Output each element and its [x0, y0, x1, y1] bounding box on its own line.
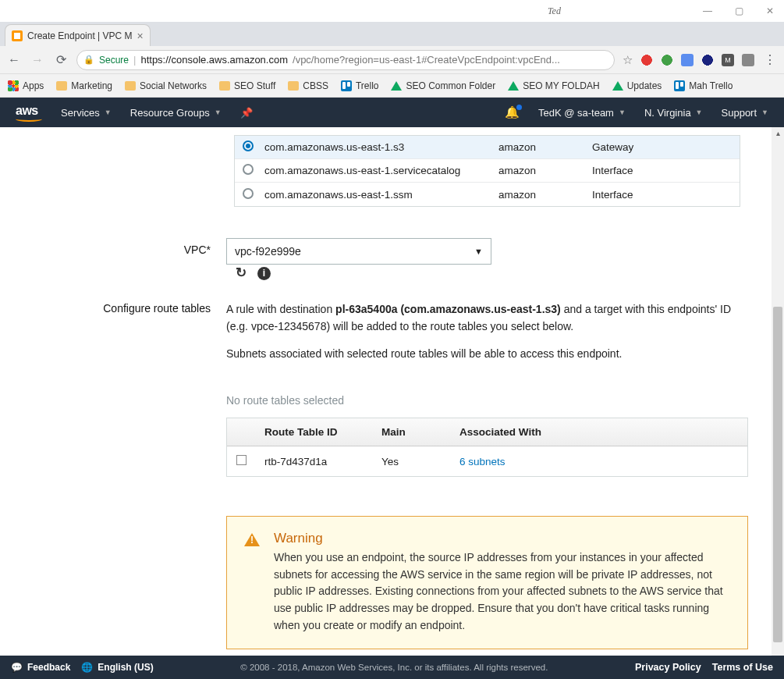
footer-copyright: © 2008 - 2018, Amazon Web Services, Inc.… — [165, 663, 624, 672]
info-icon[interactable]: i — [257, 265, 271, 281]
region-menu[interactable]: N. Virginia▼ — [644, 107, 703, 119]
window-titlebar: Ted — ▢ ✕ — [0, 0, 784, 22]
bookmark-star-icon[interactable]: ☆ — [623, 53, 633, 67]
url-path: /vpc/home?region=us-east-1#CreateVpcEndp… — [293, 54, 560, 66]
secure-label: Secure — [99, 55, 129, 66]
bookmark-social[interactable]: Social Networks — [125, 80, 207, 91]
chevron-down-icon: ▼ — [761, 108, 768, 116]
header-assoc[interactable]: Associated With — [450, 426, 747, 438]
menu-icon[interactable]: ⋮ — [762, 52, 778, 67]
bookmark-trello[interactable]: Trello — [341, 80, 379, 91]
bookmark-apps[interactable]: Apps — [8, 80, 44, 91]
chat-icon: 💬 — [11, 662, 23, 673]
route-assoc-link[interactable]: 6 subnets — [450, 456, 747, 467]
radio-selected-icon[interactable] — [243, 140, 254, 151]
bookmark-seostuff[interactable]: SEO Stuff — [219, 80, 275, 91]
notification-dot-icon — [516, 105, 522, 110]
refresh-icon[interactable]: ↻ — [236, 265, 247, 281]
privacy-link[interactable]: Privacy Policy — [635, 662, 701, 673]
forward-icon[interactable]: → — [30, 53, 45, 67]
folder-icon — [288, 81, 299, 91]
bookmark-cbss[interactable]: CBSS — [288, 80, 328, 91]
service-row-s3[interactable]: com.amazonaws.us-east-1.s3 amazon Gatewa… — [235, 136, 740, 159]
bookmark-seocommon[interactable]: SEO Common Folder — [391, 80, 495, 91]
vpc-label: VPC* — [0, 238, 226, 281]
ext-icon-5[interactable]: M — [722, 54, 734, 66]
reload-icon[interactable]: ⟳ — [53, 52, 69, 67]
browser-toolbar: ← → ⟳ 🔒 Secure | https://console.aws.ama… — [0, 46, 784, 74]
ext-icon-1[interactable] — [640, 54, 653, 66]
bookmark-seofoldah[interactable]: SEO MY FOLDAH — [508, 80, 599, 91]
language-button[interactable]: 🌐English (US) — [81, 662, 153, 673]
extension-icons: M — [640, 54, 754, 66]
support-menu[interactable]: Support▼ — [722, 107, 768, 119]
terms-link[interactable]: Terms of Use — [712, 662, 773, 673]
scroll-up-icon[interactable]: ▴ — [772, 127, 784, 140]
route-help-text-1: A rule with destination pl-63a5400a (com… — [226, 301, 748, 335]
radio-icon[interactable] — [243, 164, 254, 175]
warning-icon — [244, 533, 260, 546]
ext-icon-3[interactable] — [681, 54, 694, 66]
warning-title: Warning — [274, 531, 730, 546]
feedback-button[interactable]: 💬Feedback — [11, 662, 70, 673]
window-close-icon[interactable]: ✕ — [762, 5, 778, 16]
folder-icon — [56, 81, 67, 91]
chevron-down-icon: ▼ — [474, 247, 483, 256]
browser-tab-active[interactable]: Create Endpoint | VPC M × — [5, 24, 151, 46]
scrollbar-thumb[interactable] — [773, 307, 782, 642]
route-tables-label: Configure route tables — [0, 301, 226, 649]
chevron-down-icon: ▼ — [105, 108, 112, 116]
route-id-cell: rtb-7d437d1a — [255, 456, 372, 467]
service-row-servicecatalog[interactable]: com.amazonaws.us-east-1.servicecatalog a… — [235, 159, 740, 183]
url-host: https://console.aws.amazon.com — [140, 54, 288, 66]
ext-icon-4[interactable] — [701, 54, 714, 66]
bookmark-mahtrello[interactable]: Mah Trello — [674, 80, 733, 91]
lock-icon: 🔒 — [83, 55, 94, 65]
aws-console-footer: 💬Feedback 🌐English (US) © 2008 - 2018, A… — [0, 656, 784, 679]
service-row-ssm[interactable]: com.amazonaws.us-east-1.ssm amazon Inter… — [235, 183, 740, 206]
aws-logo-icon[interactable]: aws — [16, 104, 42, 122]
aws-console-header: aws Services▼ Resource Groups▼ 📌 🔔 TedK … — [0, 98, 784, 127]
services-menu[interactable]: Services▼ — [61, 107, 112, 119]
ext-icon-2[interactable] — [661, 54, 673, 66]
table-header: Route Table ID Main Associated With — [227, 418, 747, 446]
vpc-select[interactable]: vpc-f92e999e ▼ — [226, 238, 491, 265]
folder-icon — [125, 81, 136, 91]
aws-favicon-icon — [12, 30, 23, 41]
trello-icon — [674, 80, 685, 91]
gdrive-icon — [391, 81, 402, 91]
chevron-down-icon: ▼ — [215, 108, 222, 116]
notifications-icon[interactable]: 🔔 — [505, 105, 520, 119]
pin-icon[interactable]: 📌 — [240, 107, 253, 119]
window-minimize-icon[interactable]: — — [700, 5, 715, 16]
table-row[interactable]: rtb-7d437d1a Yes 6 subnets — [227, 446, 747, 476]
service-list: com.amazonaws.us-east-1.s3 amazon Gatewa… — [234, 135, 740, 207]
row-checkbox[interactable] — [236, 455, 247, 465]
folder-icon — [219, 81, 230, 91]
route-tables-empty: No route tables selected — [226, 394, 748, 407]
tab-close-icon[interactable]: × — [137, 30, 144, 42]
chevron-down-icon: ▼ — [696, 108, 703, 116]
back-icon[interactable]: ← — [6, 53, 22, 67]
vpc-row: VPC* vpc-f92e999e ▼ ↻ i — [0, 233, 772, 286]
route-tables-grid: Route Table ID Main Associated With rtb-… — [226, 418, 748, 477]
resource-groups-menu[interactable]: Resource Groups▼ — [130, 107, 222, 119]
account-menu[interactable]: TedK @ sa-team▼ — [538, 107, 626, 119]
chevron-down-icon: ▼ — [619, 108, 626, 116]
warning-body: When you use an endpoint, the source IP … — [274, 549, 730, 634]
vpc-value: vpc-f92e999e — [235, 245, 301, 258]
ext-icon-6[interactable] — [742, 54, 754, 66]
address-bar[interactable]: 🔒 Secure | https://console.aws.amazon.co… — [76, 50, 615, 70]
globe-icon: 🌐 — [81, 662, 93, 673]
bookmark-marketing[interactable]: Marketing — [56, 80, 112, 91]
window-maximize-icon[interactable]: ▢ — [731, 5, 747, 16]
bookmark-updates[interactable]: Updates — [612, 80, 662, 91]
vertical-scrollbar[interactable]: ▴ ▾ — [772, 127, 784, 679]
gdrive-icon — [508, 81, 519, 91]
route-tables-row: Configure route tables A rule with desti… — [0, 297, 772, 654]
header-route-id[interactable]: Route Table ID — [255, 426, 372, 438]
radio-icon[interactable] — [243, 188, 254, 199]
bookmarks-bar: Apps Marketing Social Networks SEO Stuff… — [0, 74, 784, 98]
header-main[interactable]: Main — [372, 426, 450, 438]
page-content: com.amazonaws.us-east-1.s3 amazon Gatewa… — [0, 127, 784, 679]
